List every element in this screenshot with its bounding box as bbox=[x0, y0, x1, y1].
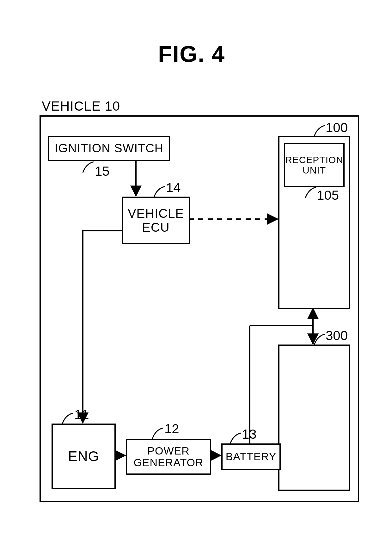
leader-15 bbox=[82, 161, 94, 173]
ref-14: 14 bbox=[166, 180, 181, 195]
ignition-switch-label: IGNITION SWITCH bbox=[55, 142, 163, 155]
ref-100: 100 bbox=[326, 120, 348, 135]
ref-300: 300 bbox=[326, 328, 348, 343]
leader-300 bbox=[314, 333, 326, 345]
vehicle-label: VEHICLE 10 bbox=[42, 99, 120, 114]
block-300 bbox=[278, 345, 350, 491]
leader-14 bbox=[153, 186, 165, 198]
ref-12: 12 bbox=[164, 421, 179, 436]
leader-12 bbox=[152, 427, 164, 439]
eng-block: ENG bbox=[52, 424, 116, 489]
leader-105 bbox=[305, 186, 317, 198]
vehicle-ecu-block: VEHICLE ECU bbox=[122, 197, 190, 244]
figure-title: FIG. 4 bbox=[158, 41, 225, 67]
reception-unit-label: RECEPTION UNIT bbox=[285, 155, 343, 175]
battery-label: BATTERY bbox=[226, 451, 277, 462]
leader-11 bbox=[62, 412, 74, 424]
leader-13 bbox=[230, 432, 242, 444]
diagram-canvas: FIG. 4 VEHICLE 10 IGNITION SWITCH 15 VEH… bbox=[0, 0, 392, 537]
power-generator-label: POWER GENERATOR bbox=[133, 445, 203, 469]
ignition-switch-block: IGNITION SWITCH bbox=[48, 136, 170, 161]
reception-unit-block: RECEPTION UNIT bbox=[284, 143, 345, 187]
leader-100 bbox=[314, 125, 326, 137]
vehicle-ecu-label: VEHICLE ECU bbox=[128, 206, 184, 234]
ref-11: 11 bbox=[74, 407, 89, 422]
ref-105: 105 bbox=[317, 188, 339, 203]
power-generator-block: POWER GENERATOR bbox=[126, 439, 211, 475]
ref-13: 13 bbox=[242, 427, 257, 442]
battery-block: BATTERY bbox=[221, 443, 281, 470]
ref-15: 15 bbox=[95, 164, 110, 179]
eng-label: ENG bbox=[68, 449, 99, 464]
